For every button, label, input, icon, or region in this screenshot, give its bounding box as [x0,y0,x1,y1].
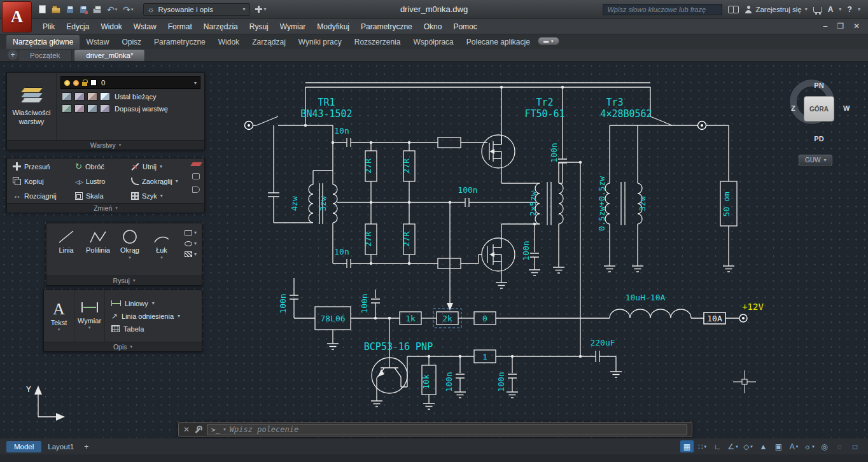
menu-item[interactable]: Modyfikuj [311,20,355,33]
text-button[interactable]: A Tekst ▾ [44,290,74,342]
close-icon[interactable]: ✕ [183,425,190,434]
ortho-mode-icon[interactable]: ∟ [711,440,724,452]
ribbon-tab[interactable]: Opisz [115,35,148,49]
viewcube-west-label[interactable]: Z [791,104,795,112]
isolate-objects-icon[interactable]: ◌ [833,440,846,452]
erase-brush-icon[interactable] [190,162,202,166]
grid-icon[interactable]: ▦ [680,440,694,452]
rectangle-button[interactable]: ▾ [185,230,197,235]
wrench-icon[interactable] [194,426,202,434]
menu-item[interactable]: Wstaw [128,20,162,33]
exchange-apps-icon[interactable]: A [828,5,834,14]
file-tab[interactable]: driver_m0nka* [74,49,145,61]
object-snap-icon[interactable]: ◇ ▾ [741,440,755,452]
menu-item[interactable]: Edycja [60,20,95,33]
stretch-button[interactable]: Rozciągnij [11,190,74,202]
file-tab[interactable]: Początek [18,49,72,61]
ribbon-tab[interactable]: Zarządzaj [246,35,292,49]
new-layout-button[interactable]: + [80,440,92,453]
layer-properties-button[interactable]: Właściwości warstwy [7,73,57,140]
save-button[interactable] [64,4,76,15]
ucs-dropdown-button[interactable]: GUW ▾ [799,155,832,165]
table-button[interactable]: Tabela [110,324,202,334]
line-button[interactable]: Linia [50,226,82,276]
array-button[interactable]: Szyk ▾ [130,191,188,201]
chevron-down-icon[interactable]: ▾ [131,7,134,12]
ribbon-tab[interactable]: Widok [212,35,246,49]
viewcube-top-face[interactable]: GÓRA [804,96,834,122]
panel-title-rysuj[interactable]: Rysuj▾ [46,276,202,285]
open-file-button[interactable] [50,4,62,15]
linear-dimension-button[interactable]: Liniowy ▾ [110,298,202,309]
ribbon-tab[interactable]: Parametryczne [148,35,212,49]
scale-button[interactable]: Skala [74,191,130,201]
ellipse-button[interactable]: ▾ [185,241,197,246]
menu-item[interactable]: Plik [37,20,60,33]
clean-screen-icon[interactable]: □ [848,440,862,452]
chevron-down-icon[interactable]: ▾ [223,427,226,432]
new-drawing-tab-button[interactable]: + [8,50,18,60]
plot-button[interactable] [91,4,103,15]
workspace-dropdown[interactable]: ☼ Rysowanie i opis ▾ [143,3,250,16]
modify-extra-icon[interactable] [192,173,200,179]
annotation-visibility-icon[interactable]: ▲ [757,440,770,452]
drawing-canvas[interactable]: TR1BN43-1502Tr2FT50-61Tr34×28B056210n27R… [0,62,868,438]
panel-title-opis[interactable]: Opis▾ [44,342,202,351]
quick-access-extra-button[interactable]: ▾ [255,6,267,13]
layout1-tab[interactable]: Layout1 [41,441,80,452]
workspace-switching-icon[interactable]: ☼ ▾ [802,440,816,452]
dimension-button[interactable]: Wymiar ▾ [74,290,105,342]
move-button[interactable]: Przesuń [11,161,74,172]
copy-button[interactable]: Kopiuj [11,176,74,186]
mirror-button[interactable]: Lustro [74,176,130,186]
menu-item[interactable]: Pomoc [447,20,482,33]
menu-item[interactable]: Rysuj [244,20,274,33]
layer-combo[interactable]: 0 ▾ [60,76,200,89]
close-button[interactable]: ✕ [853,22,860,31]
ribbon-display-toggle[interactable]: ▬▾ [538,37,559,45]
restore-button[interactable]: ❐ [837,22,844,31]
menu-item[interactable]: Format [162,20,198,33]
search-icon[interactable] [728,6,739,13]
redo-button[interactable]: ▾ [121,3,135,17]
set-current-layer-button[interactable]: Ustal bieżący [60,92,200,101]
circle-button[interactable]: Okrąg ▾ [114,226,146,276]
polar-tracking-icon[interactable]: ∠ ▾ [726,440,739,452]
menu-item[interactable]: Parametryczne [355,20,418,33]
leader-button[interactable]: Linia odniesienia ▾ [110,311,202,322]
ribbon-tab[interactable]: Współpraca [407,35,459,49]
chevron-down-icon[interactable]: ▾ [839,6,841,12]
ribbon-tab[interactable]: Polecane aplikacje [460,35,536,49]
viewcube-east-label[interactable]: W [843,104,850,112]
menu-item[interactable]: Okno [418,20,448,33]
save-as-button[interactable] [78,4,89,15]
chevron-down-icon[interactable]: ▾ [858,6,860,12]
fillet-button[interactable]: Zaokrąglij ▾ [130,176,188,186]
model-tab[interactable]: Model [6,441,41,452]
minimize-button[interactable]: – [823,22,827,31]
store-cart-icon[interactable] [813,7,822,13]
chevron-down-icon[interactable]: ▾ [115,7,118,12]
annotation-scale-icon[interactable]: A ▾ [787,440,801,452]
help-icon[interactable]: ? [847,5,852,14]
ribbon-tab[interactable]: Wstaw [80,35,115,49]
snap-mode-icon[interactable]: ∷ ▾ [696,440,709,452]
new-file-button[interactable] [37,4,48,15]
menu-item[interactable]: Widok [95,20,127,33]
hatch-button[interactable]: ▾ [185,251,197,257]
sign-in-button[interactable]: Zarejestruj się ▾ [745,6,807,13]
match-layer-button[interactable]: Dopasuj warstwę [60,104,200,113]
modify-extra-icon[interactable] [192,186,200,193]
rotate-button[interactable]: Obróć [74,160,130,172]
panel-title-zmien[interactable]: Zmień▾ [7,203,204,213]
ribbon-tab[interactable]: Narzędzia główne [6,35,80,49]
arc-button[interactable]: Łuk ▾ [146,226,178,276]
undo-button[interactable]: ▾ [105,3,119,17]
command-line[interactable]: ✕ >_ ▾ Wpisz polecenie [178,422,692,437]
application-menu-button[interactable]: A [2,1,32,32]
annotation-autoscale-icon[interactable]: ▣ [772,440,785,452]
menu-item[interactable]: Narzędzia [198,20,244,33]
command-input[interactable]: >_ ▾ Wpisz polecenie [207,424,687,435]
menu-item[interactable]: Wymiar [274,20,312,33]
ribbon-tab[interactable]: Wyniki pracy [292,35,348,49]
